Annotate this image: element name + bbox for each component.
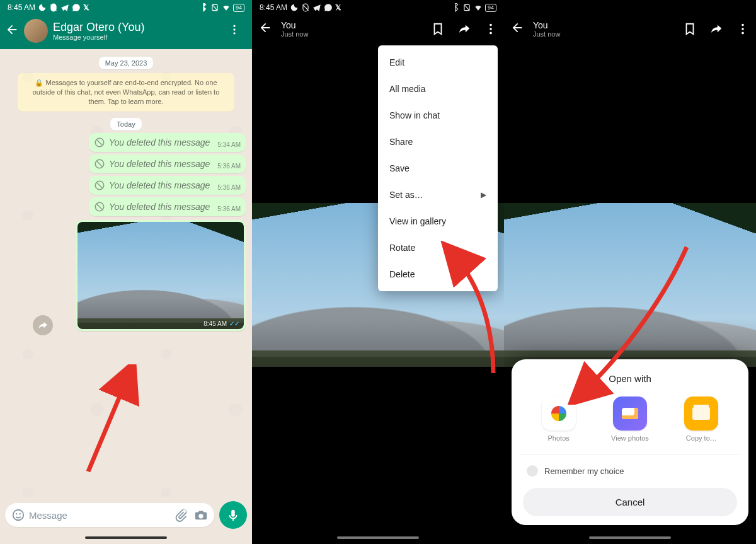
menu-view-in-gallery[interactable]: View in gallery <box>378 208 498 234</box>
status-bar: 8:45 AM 𝕏 94 <box>252 0 504 15</box>
menu-set-as[interactable]: Set as…▶ <box>378 182 498 208</box>
menu-save[interactable]: Save <box>378 155 498 182</box>
forward-button[interactable] <box>33 315 53 335</box>
no-sim-icon <box>462 3 471 12</box>
media-viewer-header: You Just now <box>252 15 504 45</box>
back-button[interactable] <box>5 23 19 39</box>
annotation-arrow <box>76 364 151 478</box>
forward-icon[interactable] <box>709 22 723 36</box>
contact-name: Edgar Otero (You) <box>53 21 144 34</box>
media-viewer-header: You Just now <box>504 15 756 45</box>
back-button[interactable] <box>258 21 272 37</box>
bluetooth-icon <box>199 3 208 12</box>
read-ticks-icon: ✓✓ <box>229 320 239 327</box>
deleted-message[interactable]: You deleted this message 5:36 AM <box>89 176 246 195</box>
more-menu-button[interactable] <box>484 22 498 36</box>
screenshot-whatsapp-chat: 8:45 AM 𝕏 94 Edgar Otero (You) Message y… <box>0 0 252 544</box>
msg-time: 5:36 AM <box>217 163 241 170</box>
sheet-title: Open with <box>523 373 737 384</box>
svg-point-10 <box>16 513 17 514</box>
x-icon: 𝕏 <box>335 3 341 12</box>
mic-button[interactable] <box>219 501 247 529</box>
gallery-app-icon <box>613 396 647 431</box>
nav-bar <box>252 531 504 544</box>
dnd-icon <box>301 3 310 12</box>
media-time: Just now <box>533 30 560 38</box>
msg-time: 5:36 AM <box>217 184 241 191</box>
bookmark-icon[interactable] <box>431 22 445 36</box>
bookmark-icon[interactable] <box>683 22 697 36</box>
deleted-message[interactable]: You deleted this message 5:34 AM <box>89 133 246 152</box>
svg-point-2 <box>233 28 235 30</box>
image-meta: 8:45 AM ✓✓ <box>203 320 239 327</box>
back-button[interactable] <box>510 21 524 37</box>
overflow-menu: Edit All media Show in chat Share Save S… <box>378 45 498 291</box>
svg-point-15 <box>490 32 492 35</box>
wifi-icon <box>474 3 483 12</box>
moon-icon <box>290 3 299 12</box>
svg-point-16 <box>742 24 744 26</box>
cancel-button[interactable]: Cancel <box>523 488 737 516</box>
more-menu-button[interactable] <box>222 20 247 42</box>
whatsapp-status-icon <box>324 3 333 12</box>
moon-icon <box>38 3 47 12</box>
telegram-icon <box>312 3 321 12</box>
attach-icon[interactable] <box>174 508 188 522</box>
chevron-right-icon: ▶ <box>481 190 486 199</box>
no-entry-icon <box>94 180 105 191</box>
wifi-icon <box>222 3 231 12</box>
message-placeholder: Message <box>29 510 174 521</box>
svg-point-9 <box>13 510 24 521</box>
no-entry-icon <box>94 158 105 170</box>
camera-icon[interactable] <box>194 508 208 522</box>
media-sender: You <box>281 20 308 30</box>
date-chip: Today <box>110 118 141 130</box>
open-with-photos[interactable]: Photos <box>534 396 584 442</box>
files-app-icon <box>684 396 718 431</box>
menu-show-in-chat[interactable]: Show in chat <box>378 102 498 129</box>
menu-share[interactable]: Share <box>378 129 498 155</box>
menu-edit[interactable]: Edit <box>378 49 498 76</box>
photo-message[interactable]: 8:45 AM ✓✓ <box>76 220 246 331</box>
no-entry-icon <box>94 137 105 148</box>
x-icon: 𝕏 <box>83 3 89 12</box>
avatar[interactable] <box>24 19 48 43</box>
more-menu-button[interactable] <box>736 22 750 36</box>
media-time: Just now <box>281 30 308 38</box>
deleted-message[interactable]: You deleted this message 5:36 AM <box>89 154 246 173</box>
telegram-icon <box>60 3 69 12</box>
battery-level: 94 <box>233 4 244 12</box>
emoji-icon[interactable] <box>11 508 25 522</box>
chat-title-block[interactable]: Edgar Otero (You) Message yourself <box>53 21 144 42</box>
contact-subtitle: Message yourself <box>53 33 144 41</box>
no-entry-icon <box>94 201 105 212</box>
message-input[interactable]: Message <box>5 503 214 527</box>
menu-delete[interactable]: Delete <box>378 261 498 287</box>
chat-header: Edgar Otero (You) Message yourself <box>0 15 252 49</box>
svg-point-1 <box>233 25 235 27</box>
nav-bar <box>0 531 252 544</box>
open-with-sheet: Open with Photos View photo <box>512 359 748 525</box>
svg-point-11 <box>20 513 21 514</box>
screenshot-media-viewer-menu: 8:45 AM 𝕏 94 You Just now <box>252 0 504 544</box>
msg-time: 5:36 AM <box>217 205 241 212</box>
svg-point-13 <box>490 24 492 26</box>
bluetooth-icon <box>451 3 460 12</box>
svg-point-14 <box>490 28 492 30</box>
open-with-view-photos[interactable]: View photos <box>605 396 655 442</box>
deleted-message[interactable]: You deleted this message 5:36 AM <box>89 197 246 216</box>
forward-icon[interactable] <box>457 22 471 36</box>
open-with-copy-to[interactable]: Copy to… <box>676 396 726 442</box>
encryption-notice[interactable]: 🔒 Messages to yourself are end-to-end en… <box>18 73 234 112</box>
battery-level: 94 <box>485 4 496 12</box>
whatsapp-status-icon <box>72 3 81 12</box>
chat-area[interactable]: May 23, 2023 🔒 Messages to yourself are … <box>0 49 252 497</box>
status-time: 8:45 AM <box>8 3 35 12</box>
remember-choice-toggle[interactable]: Remember my choice <box>523 463 737 488</box>
radio-icon <box>527 465 538 477</box>
fullscreen-photo[interactable] <box>504 203 756 367</box>
menu-rotate[interactable]: Rotate <box>378 234 498 261</box>
status-time: 8:45 AM <box>260 3 287 12</box>
menu-all-media[interactable]: All media <box>378 76 498 102</box>
svg-point-18 <box>742 32 744 35</box>
